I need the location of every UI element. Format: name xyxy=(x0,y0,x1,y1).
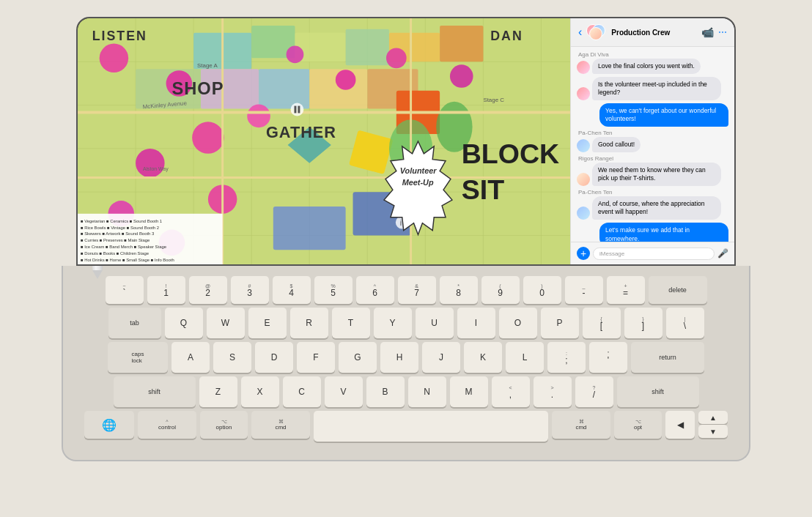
key-a[interactable]: A xyxy=(171,342,210,373)
key-g[interactable]: G xyxy=(339,342,377,373)
key-7[interactable]: &7 xyxy=(398,276,436,304)
key-x[interactable]: X xyxy=(241,376,279,407)
key-period[interactable]: >. xyxy=(534,376,572,407)
key-9[interactable]: (9 xyxy=(481,276,520,304)
key-y[interactable]: Y xyxy=(374,308,412,338)
key-6[interactable]: ^6 xyxy=(356,276,394,304)
key-backslash[interactable]: |\ xyxy=(666,308,704,338)
sender-name: Rigos Rangel xyxy=(577,155,728,162)
message-bubble: Is the volunteer meet-up included in the… xyxy=(592,77,721,100)
key-o[interactable]: O xyxy=(499,308,537,338)
key-0[interactable]: )0 xyxy=(523,276,561,304)
key-f[interactable]: F xyxy=(297,342,335,373)
key-option[interactable]: ⌥ option xyxy=(200,411,248,439)
key-arrow-down[interactable]: ▼ xyxy=(698,425,728,438)
svg-point-36 xyxy=(450,64,473,88)
key-q[interactable]: Q xyxy=(165,308,203,338)
svg-rect-19 xyxy=(440,26,483,62)
svg-text:Alston Way: Alston Way xyxy=(143,166,169,172)
keyboard-row-asdf: capslock A S D F G H J K L :; "' return xyxy=(75,342,737,373)
key-comma[interactable]: <, xyxy=(492,376,530,407)
key-globe[interactable]: 🌐 xyxy=(84,411,134,439)
message-row: Pa-Chen Ten And, of course, where the ap… xyxy=(577,189,728,220)
svg-text:Stage A: Stage A xyxy=(197,62,218,69)
key-3[interactable]: #3 xyxy=(231,276,269,304)
key-j[interactable]: J xyxy=(422,342,460,373)
ipad-screen: LISTEN SHOP GATHER DAN BLOCK SIT McKinle… xyxy=(76,17,736,266)
key-p[interactable]: P xyxy=(541,308,579,338)
message-bubble: And, of course, where the appreciation e… xyxy=(592,196,721,220)
messages-panel: ‹ Production Crew 📹 ⋯ xyxy=(570,18,734,264)
key-shift-right[interactable]: shift xyxy=(617,376,699,407)
key-v[interactable]: V xyxy=(325,376,363,407)
key-2[interactable]: @2 xyxy=(189,276,227,304)
svg-point-29 xyxy=(192,122,224,153)
message-row: Aga Di Viva Love the final colors you we… xyxy=(577,51,728,74)
key-equals[interactable]: += xyxy=(607,276,645,304)
key-command-right[interactable]: ⌘ cmd xyxy=(552,411,610,439)
key-5[interactable]: %5 xyxy=(314,276,353,304)
imessage-input[interactable]: iMessage xyxy=(593,248,715,260)
sender-name: Pa-Chen Ten xyxy=(577,130,728,136)
key-option-right[interactable]: ⌥ opt xyxy=(614,411,662,439)
svg-text:LISTEN: LISTEN xyxy=(92,29,147,43)
key-arrow-up[interactable]: ▲ xyxy=(698,411,728,424)
device-container: ✦ Pencil Pro xyxy=(47,17,765,500)
key-s[interactable]: S xyxy=(213,342,251,373)
add-attachment-button[interactable]: + xyxy=(577,247,590,260)
key-shift-left[interactable]: shift xyxy=(114,376,196,407)
key-t[interactable]: T xyxy=(332,308,370,338)
facetime-icon[interactable]: 📹 xyxy=(701,26,714,38)
key-1[interactable]: !1 xyxy=(147,276,185,304)
message-row: Is the volunteer meet-up included in the… xyxy=(577,77,728,100)
svg-rect-59 xyxy=(294,106,296,114)
key-w[interactable]: W xyxy=(207,308,245,338)
svg-point-33 xyxy=(336,70,356,90)
back-button[interactable]: ‹ xyxy=(578,26,582,39)
svg-text:BLOCK: BLOCK xyxy=(462,138,560,169)
svg-point-27 xyxy=(100,44,129,73)
svg-point-58 xyxy=(291,103,304,116)
message-bubble: Good callout! xyxy=(592,137,641,152)
key-minus[interactable]: _- xyxy=(565,276,603,304)
microphone-icon[interactable]: 🎤 xyxy=(717,248,728,258)
key-l[interactable]: L xyxy=(506,342,544,373)
key-backtick[interactable]: ~` xyxy=(106,276,144,304)
key-i[interactable]: I xyxy=(457,308,495,338)
key-caps-lock[interactable]: capslock xyxy=(108,342,168,373)
key-z[interactable]: Z xyxy=(199,376,237,407)
key-b[interactable]: B xyxy=(366,376,405,407)
key-delete[interactable]: delete xyxy=(649,276,707,304)
key-arrow-left[interactable]: ◀ xyxy=(665,411,695,439)
map-area: LISTEN SHOP GATHER DAN BLOCK SIT McKinle… xyxy=(78,18,570,264)
key-return[interactable]: return xyxy=(631,342,704,373)
key-tab[interactable]: tab xyxy=(108,308,161,338)
key-8[interactable]: *8 xyxy=(440,276,478,304)
key-r[interactable]: R xyxy=(290,308,328,338)
key-4[interactable]: $4 xyxy=(273,276,311,304)
svg-text:■ Rice Bowls  ■ Vintage   ■ So: ■ Rice Bowls ■ Vintage ■ Sound Booth 2 xyxy=(81,226,159,230)
key-u[interactable]: U xyxy=(416,308,454,338)
key-quote[interactable]: "' xyxy=(589,342,627,373)
svg-text:i: i xyxy=(400,218,402,227)
sender-name: Aga Di Viva xyxy=(577,51,728,58)
key-n[interactable]: N xyxy=(408,376,446,407)
more-options-icon[interactable]: ⋯ xyxy=(718,27,727,37)
key-k[interactable]: K xyxy=(464,342,502,373)
key-command-left[interactable]: ⌘ cmd xyxy=(251,411,310,439)
svg-rect-42 xyxy=(273,207,346,250)
key-space[interactable] xyxy=(314,411,548,442)
key-slash[interactable]: ?/ xyxy=(575,376,613,407)
keyboard-row-qwerty: tab Q W E R T Y U I O P {[ }] |\ xyxy=(75,308,737,338)
key-h[interactable]: H xyxy=(380,342,418,373)
key-bracket-close[interactable]: }] xyxy=(624,308,662,338)
key-c[interactable]: C xyxy=(283,376,321,407)
svg-text:■ Curries     ■ Preserves ■ Ma: ■ Curries ■ Preserves ■ Main Stage xyxy=(81,238,150,242)
key-m[interactable]: M xyxy=(450,376,488,407)
key-e[interactable]: E xyxy=(248,308,287,338)
key-control[interactable]: ^ control xyxy=(138,411,196,439)
message-row: Rigos Rangel We need them to know where … xyxy=(577,155,728,186)
key-semicolon[interactable]: :; xyxy=(547,342,586,373)
key-bracket-open[interactable]: {[ xyxy=(583,308,621,338)
key-d[interactable]: D xyxy=(255,342,293,373)
